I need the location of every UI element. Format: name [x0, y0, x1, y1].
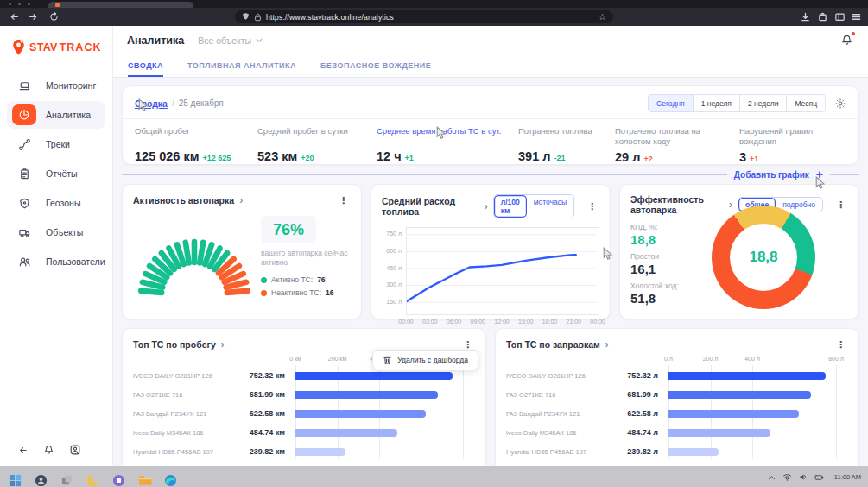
taskbar-app-purple-icon[interactable]	[112, 474, 126, 487]
logo-text-track: TRACK	[60, 41, 102, 54]
range-2weeks-button[interactable]: 2 недели	[739, 94, 787, 112]
y-axis-labels: 150 л300 л450 л600 л750 л	[382, 227, 406, 313]
forward-icon[interactable]	[28, 11, 39, 22]
users-icon	[12, 251, 36, 272]
plus-icon[interactable]: +	[816, 170, 823, 179]
volume-icon[interactable]	[799, 469, 808, 484]
window-control-dot[interactable]	[9, 3, 11, 5]
fleet-efficiency-card: Эффективность автопарка › общее подробно…	[619, 184, 859, 319]
sidebar-item-label: Пользователи	[46, 256, 105, 267]
url-bar[interactable]: https://www.stavtrack.online/analytics ☆	[235, 10, 613, 23]
browser-tab[interactable]	[48, 2, 193, 8]
objects-filter-dropdown[interactable]: Все объекты	[198, 35, 263, 46]
analytics-pie-icon	[12, 104, 36, 125]
reload-icon[interactable]	[48, 11, 60, 22]
legend-dot	[261, 277, 267, 283]
sidebar-footer	[0, 444, 112, 459]
bar-row: IVECO DAILY О281НР 126752.32 л	[506, 366, 848, 385]
sidebar-item-label: Аналитика	[46, 110, 91, 120]
edge-browser-icon[interactable]	[164, 474, 178, 487]
taskbar-people-icon[interactable]	[35, 474, 48, 487]
chevron-right-icon[interactable]: ›	[605, 340, 609, 349]
task-view-icon[interactable]	[60, 474, 74, 487]
sidebar-item-geozones[interactable]: Геозоны	[7, 189, 105, 217]
sidebar-item-objects[interactable]: Объекты	[7, 218, 105, 246]
sidebar-item-monitoring[interactable]: Мониторинг	[7, 72, 105, 99]
toggle-l-per-100km[interactable]: л/100 км	[494, 195, 527, 218]
sidebar: STAVTRACK Мониторинг Аналитика Треки Отч…	[0, 26, 113, 466]
summary-stats: Общий пробег 125 026 км+12 625 Средний п…	[135, 126, 846, 164]
card-menu-button[interactable]: ⋮	[585, 200, 599, 212]
geozones-icon	[12, 193, 36, 213]
menu-icon[interactable]	[851, 11, 862, 22]
lock-icon[interactable]	[254, 13, 262, 22]
battery-icon[interactable]	[814, 469, 824, 484]
summary-date: 25 декабря	[179, 98, 224, 108]
delete-from-dashboard-menu-item[interactable]: Удалить с дашборда	[372, 350, 478, 370]
download-icon[interactable]	[800, 11, 811, 22]
range-1week-button[interactable]: 1 неделя	[693, 94, 740, 112]
legend-dot	[261, 290, 267, 296]
taskbar-clock[interactable]: 11:00 AM	[834, 473, 861, 481]
tracking-shield-icon[interactable]	[242, 12, 250, 22]
avg-fuel-consumption-card: Средний расход топлива › л/100 км моточа…	[371, 184, 611, 319]
account-icon[interactable]	[69, 444, 81, 459]
gear-icon[interactable]	[834, 98, 846, 110]
reports-clipboard-icon	[12, 163, 36, 184]
tab-summary[interactable]: СВОДКА	[128, 55, 163, 77]
window-control-dot[interactable]	[18, 3, 21, 5]
add-chart-button[interactable]: Добавить график	[734, 170, 809, 180]
tab-safe-driving[interactable]: БЕЗОПАСНОЕ ВОЖДЕНИЕ	[320, 55, 431, 77]
window-control-dot[interactable]	[28, 3, 30, 5]
sidebar-item-reports[interactable]: Отчёты	[7, 160, 105, 187]
start-button[interactable]	[9, 474, 22, 487]
activity-gauge-chart	[130, 223, 259, 302]
tab-fuel-analytics[interactable]: ТОПЛИВНАЯ АНАЛИТИКА	[187, 55, 296, 77]
legend-inactive: Неактивно ТС: 16	[261, 288, 352, 297]
tracks-route-icon	[12, 134, 36, 155]
bar-row: Iveco Daily М345АК 186484.74 км	[133, 423, 475, 442]
back-icon[interactable]	[9, 11, 20, 22]
taskbar-app-crescent-icon[interactable]	[86, 474, 100, 487]
bell-icon[interactable]	[43, 444, 54, 459]
chevron-right-icon[interactable]: ›	[221, 340, 225, 349]
fuel-unit-toggle: л/100 км моточасы	[493, 194, 574, 218]
logo-pin-icon	[11, 39, 26, 56]
bar-row: Hyundai HD65 Р456АВ 197239.82 л	[506, 442, 848, 461]
chevron-right-icon[interactable]: ›	[239, 196, 243, 205]
collapse-arrow-icon[interactable]	[17, 444, 29, 459]
card-menu-button[interactable]: ⋮	[833, 199, 848, 211]
sidebar-item-tracks[interactable]: Треки	[7, 130, 105, 158]
stat-avg-work-time: Среднее время работы ТС в сут. 12 ч+1	[377, 126, 516, 164]
extensions-icon[interactable]	[817, 11, 828, 22]
screen: https://www.stavtrack.online/analytics ☆…	[0, 0, 868, 487]
card-menu-button[interactable]: ⋮	[336, 194, 351, 206]
stat-avg-daily-mileage: Средний пробег в сутки 523 км+20	[257, 126, 375, 164]
chevron-down-icon	[256, 38, 263, 43]
range-month-button[interactable]: Месяц	[786, 94, 826, 112]
stat-driving-violations: Нарушений правил вождения 3+1	[739, 126, 846, 164]
file-explorer-icon[interactable]	[138, 474, 152, 487]
chevron-right-icon[interactable]: ›	[485, 202, 488, 211]
card-menu-button[interactable]: ⋮	[460, 338, 475, 351]
activity-legend: Активно ТС: 76 Неактивно ТС: 16	[261, 275, 352, 297]
sidebar-item-label: Отчёты	[46, 168, 78, 179]
range-today-button[interactable]: Сегодня	[648, 94, 694, 112]
sidebar-item-analytics[interactable]: Аналитика	[7, 101, 105, 129]
wifi-icon[interactable]	[782, 469, 792, 484]
os-taskbar: 11:00 AM	[0, 466, 868, 487]
card-menu-button[interactable]: ⋮	[833, 338, 848, 351]
bookmark-star-icon[interactable]: ☆	[599, 13, 606, 22]
toggle-engine-hours[interactable]: моточасы	[527, 195, 573, 218]
summary-link[interactable]: Сводка	[135, 98, 168, 109]
top-mileage-card: Топ ТС по пробегу › ⋮ Удалить с дашборда…	[122, 328, 486, 466]
bar-row: ГАЗ Валдай Р234УХ 121622.58 л	[506, 404, 848, 423]
notifications-bell-icon[interactable]	[840, 34, 854, 47]
notification-dot	[852, 32, 855, 35]
sidebar-panel-icon[interactable]	[834, 11, 846, 22]
bar-row: ГАЗ О271КЕ 716681.99 л	[506, 385, 848, 404]
efficiency-donut-chart: 18,8	[712, 206, 815, 309]
chevron-up-icon[interactable]	[768, 469, 776, 484]
sidebar-item-users[interactable]: Пользователи	[7, 248, 105, 275]
chevron-right-icon[interactable]: ›	[729, 200, 732, 209]
